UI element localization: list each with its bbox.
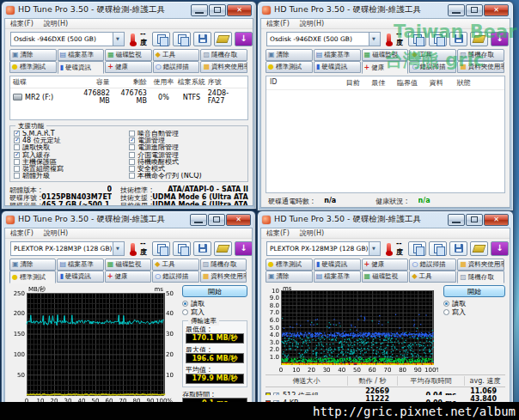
drive-select[interactable]: PLEXTOR PX-128M3P (128 GB) xyxy=(266,241,381,256)
start-button[interactable]: 開始 xyxy=(182,285,247,297)
feature-checkbox[interactable] xyxy=(129,166,135,172)
tab-health[interactable]: + 健康 xyxy=(105,61,152,73)
copy-image-button[interactable] xyxy=(408,32,426,46)
tab-file-benchmark[interactable]: ▤ 檔案基準 xyxy=(58,49,105,61)
mode-radio-option[interactable]: 寫入 xyxy=(182,308,247,316)
tab-benchmark[interactable]: ● 標準測試 xyxy=(266,61,313,73)
drive-select[interactable]: PLEXTOR PX-128M3P (128 GB) xyxy=(10,241,125,256)
mode-radio-option[interactable]: 讀取 xyxy=(443,300,505,307)
feature-checkbox[interactable] xyxy=(129,131,135,137)
minimize-button[interactable] xyxy=(191,4,208,16)
tab-random-access[interactable]: ▨ 隨機存取 xyxy=(457,49,504,61)
feature-checkbox[interactable] xyxy=(129,144,135,150)
titlebar[interactable]: HD Tune Pro 3.50 - 硬碟檢測-維護工具 xyxy=(2,2,256,17)
tab-error-scan[interactable]: ○ 錯誤掃描 xyxy=(409,259,456,271)
maximize-button[interactable] xyxy=(466,214,483,226)
feature-checkbox[interactable] xyxy=(129,152,135,158)
minimize-button[interactable] xyxy=(448,214,465,226)
feature-checkbox[interactable] xyxy=(129,173,135,179)
update-button[interactable]: ↓ xyxy=(491,32,509,46)
copy-text-button[interactable] xyxy=(429,241,447,256)
tab-folder-usage[interactable]: ■ 資料夾使用率 xyxy=(200,271,247,283)
close-button[interactable] xyxy=(226,214,251,226)
chevron-down-icon[interactable] xyxy=(113,33,124,46)
feature-checkbox[interactable] xyxy=(14,166,20,172)
update-button[interactable]: ↓ xyxy=(491,241,509,256)
drive-select[interactable]: Osdisk -946DXE (500 GB) xyxy=(266,32,381,46)
capture-button[interactable] xyxy=(470,241,488,256)
close-button[interactable] xyxy=(227,4,252,16)
menu-file[interactable]: 檔案(F) xyxy=(266,228,290,238)
mode-radio-option[interactable]: 寫入 xyxy=(443,308,505,316)
copy-text-button[interactable] xyxy=(173,32,191,46)
tab-health[interactable]: + 健康 xyxy=(362,259,409,271)
save-button[interactable] xyxy=(449,32,467,46)
tab-disk-info[interactable]: ▮ 硬碟資訊 xyxy=(314,61,361,73)
titlebar[interactable]: HD Tune Pro 3.50 - 硬碟檢測-維護工具 xyxy=(258,211,513,227)
chevron-down-icon[interactable] xyxy=(113,242,124,255)
copy-text-button[interactable] xyxy=(429,32,447,46)
capture-button[interactable] xyxy=(214,32,232,46)
minimize-button[interactable] xyxy=(190,214,207,226)
feature-checkbox[interactable] xyxy=(14,173,20,179)
save-button[interactable] xyxy=(193,32,211,46)
feature-checkbox[interactable] xyxy=(14,137,20,143)
copy-image-button[interactable] xyxy=(152,32,170,46)
tab-disk-info[interactable]: ▮ 硬碟資訊 xyxy=(57,271,103,283)
menu-file[interactable]: 檔案(F) xyxy=(10,228,34,238)
capture-button[interactable] xyxy=(214,241,232,256)
maximize-button[interactable] xyxy=(209,4,226,16)
tab-tools[interactable]: ◆ 工具 xyxy=(409,49,456,61)
tab-file-benchmark[interactable]: ▤ 檔案基準 xyxy=(57,259,103,271)
menu-file[interactable]: 檔案(F) xyxy=(10,19,34,28)
chevron-down-icon[interactable] xyxy=(369,242,380,255)
chevron-down-icon[interactable] xyxy=(369,33,380,46)
tab-disk-info[interactable]: ▮ 硬碟資訊 xyxy=(314,259,361,271)
tab-random-access[interactable]: ▨ 隨機存取 xyxy=(200,49,247,61)
tab-file-benchmark[interactable]: ▤ 檔案基準 xyxy=(314,271,361,283)
minimize-button[interactable] xyxy=(448,4,465,16)
series-checkbox[interactable] xyxy=(273,393,279,396)
tab-erase[interactable]: ▣ 清除 xyxy=(9,49,57,61)
feature-checkbox[interactable] xyxy=(14,144,20,150)
feature-checkbox[interactable] xyxy=(129,137,135,143)
menu-help[interactable]: 說明(H) xyxy=(300,19,324,28)
feature-checkbox[interactable] xyxy=(14,131,20,137)
maximize-button[interactable] xyxy=(466,4,483,16)
tab-benchmark[interactable]: ● 標準測試 xyxy=(266,259,313,271)
tab-disk-monitor[interactable]: ▦ 磁碟監視 xyxy=(105,259,151,271)
tab-tools[interactable]: ◆ 工具 xyxy=(409,271,456,283)
tab-erase[interactable]: ▣ 清除 xyxy=(266,49,313,61)
tab-erase[interactable]: ▣ 清除 xyxy=(9,259,56,271)
save-button[interactable] xyxy=(193,241,211,256)
titlebar[interactable]: HD Tune Pro 3.50 - 硬碟檢測-維護工具 xyxy=(258,2,513,17)
start-button[interactable]: 開始 xyxy=(443,285,505,297)
drive-select[interactable]: Osdisk -946DXE (500 GB) xyxy=(10,32,125,46)
menu-file[interactable]: 檔案(F) xyxy=(266,19,290,28)
tab-erase[interactable]: ▣ 清除 xyxy=(266,271,313,283)
update-button[interactable]: ↓ xyxy=(235,32,253,46)
save-button[interactable] xyxy=(449,241,467,256)
tab-tools[interactable]: ◆ 工具 xyxy=(153,49,200,61)
feature-checkbox[interactable] xyxy=(14,152,20,158)
tab-disk-monitor[interactable]: ▦ 磁碟監視 xyxy=(362,271,409,283)
tab-disk-monitor[interactable]: ▦ 磁碟監視 xyxy=(105,49,152,61)
copy-text-button[interactable] xyxy=(173,241,191,256)
tab-folder-usage[interactable]: ■ 資料夾使用率 xyxy=(457,61,504,73)
update-button[interactable]: ↓ xyxy=(235,241,253,256)
maximize-button[interactable] xyxy=(208,214,225,226)
menu-help[interactable]: 說明(H) xyxy=(300,228,324,238)
menu-help[interactable]: 說明(H) xyxy=(44,228,68,238)
tab-error-scan[interactable]: ○ 錯誤掃描 xyxy=(152,271,198,283)
menu-help[interactable]: 說明(H) xyxy=(44,19,68,28)
partition-row[interactable]: MR2 (F:) 476882 MB 476763 MB 0% NTFS 24D… xyxy=(10,88,247,106)
tab-folder-usage[interactable]: ■ 資料夾使用率 xyxy=(457,259,504,271)
tab-benchmark[interactable]: ● 標準測試 xyxy=(9,61,57,73)
copy-image-button[interactable] xyxy=(408,241,426,256)
titlebar[interactable]: HD Tune Pro 3.50 - 硬碟檢測-維護工具 xyxy=(2,211,255,227)
tab-tools[interactable]: ◆ 工具 xyxy=(152,259,198,271)
close-button[interactable] xyxy=(484,4,509,16)
feature-checkbox[interactable] xyxy=(129,159,135,165)
tab-random-access[interactable]: ▨ 隨機存取 xyxy=(200,259,247,271)
tab-benchmark[interactable]: ● 標準測試 xyxy=(9,271,56,283)
